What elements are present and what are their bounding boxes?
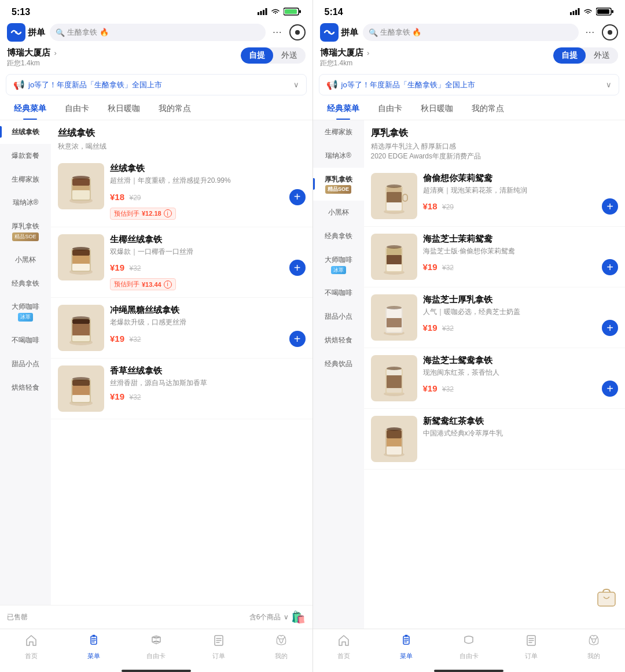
sidebar-item-rena[interactable]: 瑞纳冰®	[0, 191, 51, 215]
store-info-2: 博瑞大厦店 › 距您1.4km 自提 外送	[313, 45, 626, 72]
cart-sold-1: 已售罄	[7, 612, 28, 622]
more-icon-2[interactable]: ···	[586, 27, 595, 38]
add-btn-3[interactable]: +	[289, 331, 306, 347]
nav-home-1[interactable]: 首页	[0, 634, 62, 660]
nav-order-1[interactable]: 订单	[188, 634, 250, 660]
sidebar-item-popular[interactable]: 爆款套餐	[0, 144, 51, 168]
nav-order-2[interactable]: 订单	[500, 634, 562, 660]
search-text-1: 生酪拿铁 🔥	[67, 27, 109, 38]
cart-bar-1: 已售罄 含6个商品 ∨ 🛍️	[0, 605, 312, 629]
sidebar-item-coconut2[interactable]: 生椰家族	[313, 120, 364, 144]
sidebar-item-thick2[interactable]: 厚乳拿铁精品SOE	[313, 168, 364, 201]
sidebar-item-thick[interactable]: 厚乳拿铁精品SOE	[0, 215, 51, 248]
cart-bag-icon-1[interactable]: 🛍️	[291, 610, 306, 624]
nav-mine-1[interactable]: 我的	[250, 634, 312, 660]
cart-bar-right-1[interactable]: 含6个商品 ∨ 🛍️	[249, 610, 306, 624]
pickup-toggle-1[interactable]: 自提 外送	[241, 47, 306, 64]
target-icon-1[interactable]	[289, 24, 306, 40]
search-bar-1[interactable]: 🔍 生酪拿铁 🔥	[50, 24, 266, 41]
price-current-4: ¥19	[110, 392, 124, 401]
tab-classic-2[interactable]: 经典菜单	[318, 98, 369, 120]
add-btn-p2[interactable]: +	[602, 259, 618, 275]
megaphone-icon-1: 📢	[13, 79, 25, 90]
logo-area-2[interactable]: 拼单	[320, 23, 358, 42]
svg-point-47	[387, 184, 402, 188]
sidebar-item-nocoffee[interactable]: 不喝咖啡	[0, 328, 51, 352]
product-name-p1: 偷偷想你茉莉鸳鸯	[423, 173, 619, 184]
sidebar-item-velvet[interactable]: 丝绒拿铁	[0, 120, 51, 144]
banner-1[interactable]: 📢 jo等了！年度新品「生酪拿铁」全国上市 ∨	[6, 74, 307, 95]
content-area-1: 丝绒拿铁 爆款套餐 生椰家族 瑞纳冰® 厚乳拿铁精品SOE 小黑杯 经典拿铁 大…	[0, 120, 312, 605]
sidebar-item-bake2[interactable]: 烘焙轻食	[313, 328, 364, 352]
tab-card-1[interactable]: 自由卡	[56, 98, 98, 120]
product-desc-1: 超丝滑｜年度重磅，丝滑感提升20.99%	[110, 176, 306, 186]
status-time-2: 5:14	[325, 7, 343, 17]
store-arrow-1: ›	[54, 49, 56, 57]
svg-rect-52	[387, 255, 402, 264]
nav-menu-1[interactable]: 菜单	[62, 634, 125, 660]
sidebar-item-rena2[interactable]: 瑞纳冰®	[313, 144, 364, 168]
product-img-3	[58, 305, 104, 351]
logo-area-1[interactable]: 拼单	[7, 23, 45, 42]
svg-rect-34	[570, 12, 572, 15]
info-icon-1[interactable]: i	[164, 209, 172, 217]
svg-rect-45	[387, 192, 402, 202]
svg-rect-46	[387, 202, 402, 211]
sidebar-item-dessert2[interactable]: 甜品小点	[313, 305, 364, 328]
content-area-2: 生椰家族 瑞纳冰® 厚乳拿铁精品SOE 小黑杯 经典拿铁 大师咖啡冰萃 不喝咖啡…	[313, 120, 626, 629]
tab-classic-1[interactable]: 经典菜单	[5, 98, 56, 120]
banner-2[interactable]: 📢 jo等了！年度新品「生酪拿铁」全国上市 ∨	[319, 74, 620, 95]
sidebar-item-blackcup2[interactable]: 小黑杯	[313, 201, 364, 224]
sidebar-item-classic2[interactable]: 经典拿铁	[313, 224, 364, 248]
sidebar-item-nocoffee2[interactable]: 不喝咖啡	[313, 281, 364, 305]
nav-menu-2[interactable]: 菜单	[375, 634, 438, 660]
product-item-3: 冲绳黑糖丝绒拿铁 老爆款升级，口感更丝滑 ¥19 ¥32 +	[51, 298, 312, 359]
info-icon-2[interactable]: i	[164, 280, 172, 289]
tab-frequent-1[interactable]: 我的常点	[149, 98, 200, 120]
tab-card-2[interactable]: 自由卡	[369, 98, 411, 120]
product-img-p1	[371, 173, 417, 219]
home-indicator-2	[434, 670, 503, 672]
store-name-1[interactable]: 博瑞大厦店	[7, 47, 50, 57]
tab-frequent-2[interactable]: 我的常点	[462, 98, 513, 120]
nav-card-2[interactable]: 自由卡	[438, 634, 500, 660]
pickup-btn-2[interactable]: 自提	[553, 47, 586, 64]
nav-mine-2[interactable]: 我的	[562, 634, 625, 660]
target-icon-2[interactable]	[602, 24, 618, 40]
add-btn-2[interactable]: +	[289, 260, 306, 276]
delivery-btn-2[interactable]: 外送	[586, 47, 618, 64]
sidebar-item-dessert[interactable]: 甜品小点	[0, 352, 51, 376]
sidebar-item-blackcup[interactable]: 小黑杯	[0, 248, 51, 272]
store-distance-1: 距您1.4km	[7, 58, 57, 68]
sidebar-item-bake[interactable]: 烘焙轻食	[0, 376, 51, 400]
more-icon-1[interactable]: ···	[273, 27, 282, 38]
sidebar-item-coconut[interactable]: 生椰家族	[0, 168, 51, 191]
nav-home-2[interactable]: 首页	[313, 634, 376, 660]
svg-point-7	[15, 31, 17, 34]
store-name-2[interactable]: 博瑞大厦店	[320, 47, 363, 57]
add-btn-p4[interactable]: +	[602, 381, 618, 397]
svg-rect-57	[387, 309, 402, 318]
sidebar-item-drinks2[interactable]: 经典饮品	[313, 352, 364, 376]
sidebar-item-master[interactable]: 大师咖啡冰萃	[0, 295, 51, 328]
add-btn-1[interactable]: +	[289, 189, 306, 205]
tab-autumn-1[interactable]: 秋日暖咖	[98, 98, 149, 120]
pickup-btn-1[interactable]: 自提	[241, 47, 273, 64]
category-title-2: 厚乳拿铁	[364, 120, 626, 142]
cart-bag-2[interactable]	[595, 585, 618, 608]
sidebar-item-classic[interactable]: 经典拿铁	[0, 272, 51, 296]
add-btn-p3[interactable]: +	[602, 320, 618, 336]
product-desc-p4: 现泡闽东红茶，茶香怡人	[423, 368, 619, 378]
badge-soe-2: 精品SOE	[325, 185, 351, 194]
add-btn-p1[interactable]: +	[602, 198, 618, 215]
cart-chevron-1: ∨	[284, 613, 289, 621]
pickup-toggle-2[interactable]: 自提 外送	[553, 47, 618, 64]
search-bar-2[interactable]: 🔍 生酪拿铁 🔥	[363, 24, 579, 41]
svg-point-19	[72, 247, 90, 250]
sidebar-item-master2[interactable]: 大师咖啡冰萃	[313, 248, 364, 282]
mine-icon-1	[275, 634, 288, 650]
nav-card-1[interactable]: 自由卡	[125, 634, 188, 660]
svg-rect-24	[72, 335, 90, 341]
delivery-btn-1[interactable]: 外送	[273, 47, 306, 64]
tab-autumn-2[interactable]: 秋日暖咖	[411, 98, 462, 120]
